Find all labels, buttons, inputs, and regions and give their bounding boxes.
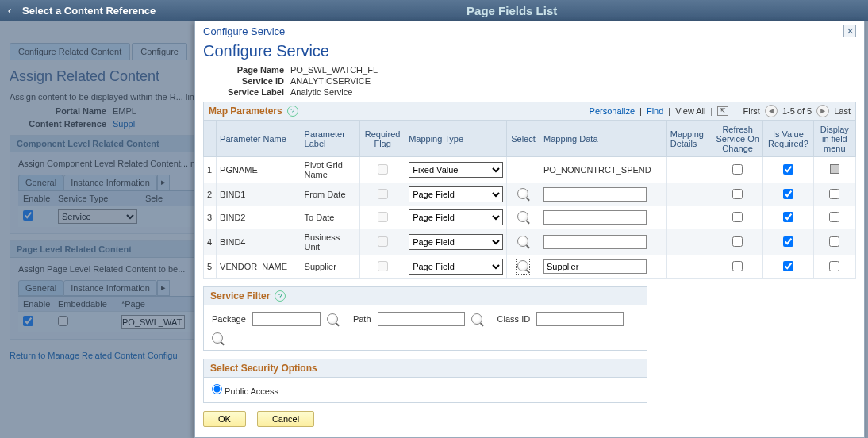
lookup-icon[interactable] bbox=[517, 260, 528, 271]
mapping-data-input[interactable] bbox=[543, 187, 647, 202]
service-filter-title: Service Filter bbox=[210, 290, 270, 302]
refresh-checkbox[interactable] bbox=[732, 212, 743, 222]
mapping-type-select[interactable]: Fixed Value bbox=[409, 162, 503, 178]
package-input[interactable] bbox=[252, 312, 321, 326]
label-page-name: Page Name bbox=[203, 65, 290, 75]
label-class-id: Class ID bbox=[497, 314, 531, 324]
modal-configure-service: Configure Service ✕ Configure Service Pa… bbox=[194, 21, 865, 438]
nav-last[interactable]: Last bbox=[834, 106, 851, 116]
mapping-type-select[interactable]: Page Field bbox=[409, 259, 503, 275]
col-mapping-type[interactable]: Mapping Type bbox=[405, 121, 507, 157]
required-flag-checkbox bbox=[378, 189, 388, 199]
is-required-checkbox[interactable] bbox=[783, 236, 793, 247]
refresh-checkbox[interactable] bbox=[732, 261, 743, 271]
refresh-checkbox[interactable] bbox=[732, 164, 743, 175]
table-row: 1PGNAMEPivot Grid NameFixed ValuePO_NONC… bbox=[204, 157, 856, 183]
mapping-data-input[interactable] bbox=[543, 210, 647, 225]
parameter-label: From Date bbox=[301, 183, 360, 206]
lookup-icon[interactable] bbox=[517, 236, 528, 247]
row-number: 4 bbox=[204, 229, 217, 256]
table-row: 5VENDOR_NAMESupplierPage Field bbox=[204, 256, 856, 279]
lookup-icon-path[interactable] bbox=[471, 313, 482, 325]
table-row: 2BIND1From DatePage Field bbox=[204, 183, 856, 206]
back-icon[interactable]: ‹ bbox=[0, 4, 19, 17]
mapping-data-input[interactable] bbox=[543, 235, 647, 249]
public-access-radio[interactable]: Public Access bbox=[212, 384, 278, 396]
parameter-label: Supplier bbox=[301, 256, 360, 279]
mapping-type-select[interactable]: Page Field bbox=[409, 209, 503, 225]
display-checkbox[interactable] bbox=[829, 189, 839, 199]
next-icon[interactable]: ► bbox=[816, 105, 829, 117]
link-find[interactable]: Find bbox=[647, 106, 663, 116]
col-display-in-field-menu[interactable]: Display in field menu bbox=[813, 121, 855, 157]
help-icon[interactable]: ? bbox=[287, 106, 298, 117]
display-checkbox[interactable] bbox=[829, 261, 839, 271]
security-options-title: Select Security Options bbox=[210, 363, 317, 374]
parameter-name: BIND1 bbox=[217, 183, 301, 206]
label-service-label: Service Label bbox=[203, 87, 290, 97]
value-service-id: ANALYTICSERVICE bbox=[290, 76, 371, 86]
lookup-icon-package[interactable] bbox=[327, 313, 338, 325]
lookup-icon[interactable] bbox=[517, 188, 528, 199]
lookup-icon-classid[interactable] bbox=[212, 332, 223, 344]
mapping-details-cell bbox=[666, 157, 712, 183]
parameter-name: PGNAME bbox=[217, 157, 301, 183]
lookup-icon[interactable] bbox=[517, 211, 528, 222]
required-flag-checkbox bbox=[378, 164, 388, 175]
is-required-checkbox[interactable] bbox=[783, 164, 793, 175]
mapping-details-cell bbox=[666, 256, 712, 279]
ok-button[interactable]: OK bbox=[203, 411, 246, 427]
value-page-name: PO_SWL_WATCH_FL bbox=[290, 65, 378, 75]
refresh-checkbox[interactable] bbox=[732, 189, 743, 199]
mapping-data-input[interactable] bbox=[543, 259, 647, 274]
col-select[interactable]: Select bbox=[506, 121, 540, 157]
parameter-name: BIND2 bbox=[217, 206, 301, 229]
nav-first[interactable]: First bbox=[743, 106, 760, 116]
col-mapping-data[interactable]: Mapping Data bbox=[540, 121, 667, 157]
link-view-all[interactable]: View All bbox=[675, 106, 705, 116]
display-checkbox-disabled bbox=[830, 164, 839, 174]
popout-icon[interactable]: ⇱ bbox=[717, 106, 728, 116]
row-number: 1 bbox=[204, 157, 217, 183]
top-bar: ‹ Select a Content Reference Page Fields… bbox=[0, 0, 868, 21]
mapping-data-text: PO_NONCNTRCT_SPEND bbox=[543, 165, 651, 175]
col-refresh-service[interactable]: Refresh Service On Change bbox=[712, 121, 763, 157]
parameter-label: Pivot Grid Name bbox=[301, 157, 360, 183]
back-label[interactable]: Select a Content Reference bbox=[19, 5, 156, 17]
modal-heading: Configure Service bbox=[203, 42, 856, 60]
cancel-button[interactable]: Cancel bbox=[257, 411, 314, 427]
mapping-type-select[interactable]: Page Field bbox=[409, 186, 503, 202]
prev-icon[interactable]: ◄ bbox=[765, 105, 778, 117]
col-parameter-name[interactable]: Parameter Name bbox=[217, 121, 301, 157]
mapping-details-cell bbox=[666, 183, 712, 206]
parameter-name: BIND4 bbox=[217, 229, 301, 256]
col-parameter-label[interactable]: Parameter Label bbox=[301, 121, 360, 157]
path-input[interactable] bbox=[378, 312, 465, 326]
col-required-flag[interactable]: Required Flag bbox=[360, 121, 405, 157]
mapping-type-select[interactable]: Page Field bbox=[409, 234, 503, 250]
link-personalize[interactable]: Personalize bbox=[590, 106, 635, 116]
col-is-value-required[interactable]: Is Value Required? bbox=[763, 121, 814, 157]
label-service-id: Service ID bbox=[203, 76, 290, 86]
is-required-checkbox[interactable] bbox=[783, 189, 793, 199]
table-row: 3BIND2To DatePage Field bbox=[204, 206, 856, 229]
nav-range: 1-5 of 5 bbox=[782, 106, 812, 116]
help-icon-filter[interactable]: ? bbox=[275, 290, 286, 302]
class-id-input[interactable] bbox=[536, 312, 624, 326]
required-flag-checkbox bbox=[378, 236, 388, 247]
modal-bar-title: Configure Service bbox=[203, 25, 285, 37]
map-parameters-title: Map Parameters bbox=[209, 106, 282, 117]
is-required-checkbox[interactable] bbox=[783, 212, 793, 222]
required-flag-checkbox bbox=[378, 212, 388, 222]
close-icon[interactable]: ✕ bbox=[843, 25, 856, 37]
row-number: 5 bbox=[204, 256, 217, 279]
page-title: Page Fields List bbox=[156, 4, 868, 17]
parameter-label: To Date bbox=[301, 206, 360, 229]
display-checkbox[interactable] bbox=[829, 212, 839, 222]
refresh-checkbox[interactable] bbox=[732, 236, 743, 247]
label-package: Package bbox=[212, 314, 246, 324]
mapping-details-cell bbox=[666, 206, 712, 229]
col-mapping-details[interactable]: Mapping Details bbox=[666, 121, 712, 157]
is-required-checkbox[interactable] bbox=[783, 261, 793, 271]
display-checkbox[interactable] bbox=[829, 236, 839, 247]
